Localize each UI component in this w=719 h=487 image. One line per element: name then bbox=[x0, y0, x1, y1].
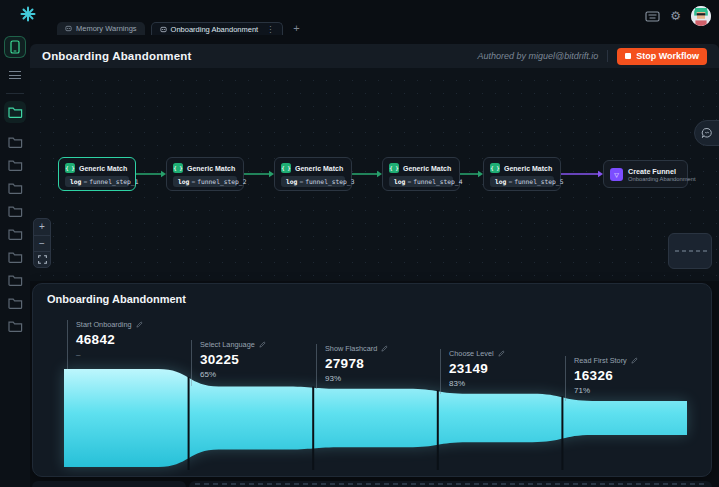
app-logo-icon[interactable] bbox=[20, 6, 36, 22]
zoom-in-button[interactable]: + bbox=[34, 219, 50, 235]
stage-percent: 93% bbox=[325, 374, 388, 383]
keyboard-icon[interactable] bbox=[645, 11, 660, 22]
node-create-funnel[interactable]: ▽ Create Funnel Onboarding Abandonment bbox=[603, 160, 688, 188]
tab-menu-icon[interactable]: ⋮ bbox=[266, 25, 274, 34]
new-tab-button[interactable]: + bbox=[289, 22, 303, 35]
node-generic-match-3[interactable]: { } Generic Match log = funnel_step_3 bbox=[274, 157, 352, 191]
stop-icon bbox=[625, 53, 631, 59]
folder-icon bbox=[8, 205, 23, 217]
feedback-chat-button[interactable] bbox=[694, 120, 719, 146]
folder-icon bbox=[8, 182, 23, 194]
node-title: Generic Match bbox=[295, 165, 343, 172]
stop-workflow-button[interactable]: Stop Workflow bbox=[617, 48, 707, 65]
stage-value: 23149 bbox=[449, 361, 505, 376]
node-generic-match-5[interactable]: { } Generic Match log = funnel_step_5 bbox=[483, 157, 561, 191]
node-title: Generic Match bbox=[79, 165, 127, 172]
braces-icon: { } bbox=[490, 163, 500, 173]
edit-icon[interactable] bbox=[381, 345, 388, 352]
sidebar bbox=[0, 0, 30, 487]
workflow-header: Onboarding Abandonment Authored by migue… bbox=[30, 44, 719, 68]
stage-value: 46842 bbox=[76, 332, 143, 347]
tab-label: Onboarding Abandonment bbox=[171, 25, 259, 34]
sidebar-divider bbox=[6, 93, 24, 94]
list-icon bbox=[9, 71, 21, 79]
workflow-tab-icon bbox=[65, 25, 72, 32]
avatar-pixel-face bbox=[691, 6, 711, 26]
device-phone-button[interactable] bbox=[4, 36, 26, 58]
edit-icon[interactable] bbox=[136, 321, 143, 328]
list-view-button[interactable] bbox=[4, 64, 26, 86]
node-title: Generic Match bbox=[403, 165, 451, 172]
funnel-icon: ▽ bbox=[610, 168, 623, 181]
authored-by-text: Authored by miguel@bitdrift.io bbox=[477, 51, 598, 61]
stage-value: 16326 bbox=[574, 368, 638, 383]
bottom-panel-timeline-edge bbox=[189, 481, 712, 487]
fit-view-button[interactable] bbox=[34, 251, 50, 267]
braces-icon: { } bbox=[389, 163, 399, 173]
folder-icon bbox=[8, 251, 23, 263]
node-condition-pill: log = funnel_step_3 bbox=[281, 176, 345, 187]
node-generic-match-4[interactable]: { } Generic Match log = funnel_step_4 bbox=[382, 157, 460, 191]
folder-item[interactable] bbox=[4, 154, 26, 176]
stage-label: Start Onboarding bbox=[76, 320, 132, 329]
tab-onboarding-abandonment[interactable]: Onboarding Abandonment ⋮ bbox=[151, 22, 284, 35]
folder-item[interactable] bbox=[4, 292, 26, 314]
folder-icon bbox=[8, 136, 23, 148]
folder-item[interactable] bbox=[4, 315, 26, 337]
workflow-canvas[interactable]: { } Generic Match log = funnel_step_1 { … bbox=[30, 68, 719, 281]
create-funnel-subtitle: Onboarding Abandonment bbox=[628, 176, 696, 182]
braces-icon: { } bbox=[173, 163, 183, 173]
folder-icon bbox=[8, 274, 23, 286]
folder-item[interactable] bbox=[4, 200, 26, 222]
user-avatar[interactable] bbox=[691, 6, 711, 26]
braces-icon: { } bbox=[65, 163, 75, 173]
folder-icon bbox=[8, 297, 23, 309]
stage-value: 30225 bbox=[200, 352, 266, 367]
fit-view-icon bbox=[38, 255, 47, 264]
stage-label: Choose Level bbox=[449, 349, 494, 358]
funnel-panel-title: Onboarding Abandonment bbox=[47, 293, 186, 305]
funnel-stage-read-first-story: Read First Story 16326 71% bbox=[565, 356, 638, 401]
funnel-panel: Onboarding Abandonment Start Onboarding … bbox=[32, 283, 712, 477]
settings-gear-icon[interactable]: ⚙ bbox=[670, 10, 681, 22]
node-generic-match-1[interactable]: { } Generic Match log = funnel_step_1 bbox=[58, 157, 136, 191]
workflow-tab-icon bbox=[160, 26, 167, 33]
stage-percent: 65% bbox=[200, 370, 266, 379]
topbar-actions: ⚙ bbox=[645, 6, 711, 26]
funnel-stage-choose-level: Choose Level 23149 83% bbox=[440, 349, 505, 394]
node-condition-pill: log = funnel_step_1 bbox=[65, 176, 129, 187]
stage-label: Select Language bbox=[200, 340, 255, 349]
stage-value: 27978 bbox=[325, 356, 388, 371]
stage-percent: 83% bbox=[449, 379, 505, 388]
node-generic-match-2[interactable]: { } Generic Match log = funnel_step_2 bbox=[166, 157, 244, 191]
node-title: Generic Match bbox=[504, 165, 552, 172]
create-funnel-title: Create Funnel bbox=[628, 167, 696, 176]
stage-percent: 71% bbox=[574, 386, 638, 395]
funnel-stage-show-flashcard: Show Flashcard 27978 93% bbox=[316, 344, 388, 389]
folder-item[interactable] bbox=[4, 269, 26, 291]
folder-item[interactable] bbox=[4, 177, 26, 199]
canvas-minimap[interactable] bbox=[668, 233, 712, 269]
folder-item[interactable] bbox=[4, 246, 26, 268]
node-condition-pill: log = funnel_step_5 bbox=[490, 176, 554, 187]
phone-icon bbox=[10, 40, 20, 54]
zoom-controls: + − bbox=[33, 218, 51, 268]
funnel-stage-start-onboarding: Start Onboarding 46842 – bbox=[67, 320, 143, 369]
stage-label: Read First Story bbox=[574, 356, 627, 365]
tab-bar: Memory Warnings Onboarding Abandonment ⋮… bbox=[57, 22, 304, 35]
node-condition-pill: log = funnel_step_4 bbox=[389, 176, 453, 187]
edit-icon[interactable] bbox=[631, 357, 638, 364]
edit-icon[interactable] bbox=[498, 350, 505, 357]
folder-icon bbox=[8, 320, 23, 332]
tab-memory-warnings[interactable]: Memory Warnings bbox=[57, 22, 145, 35]
folder-item[interactable] bbox=[4, 131, 26, 153]
workflow-title: Onboarding Abandonment bbox=[42, 50, 192, 62]
edit-icon[interactable] bbox=[259, 341, 266, 348]
braces-icon: { } bbox=[281, 163, 291, 173]
folder-item-active[interactable] bbox=[4, 101, 26, 123]
zoom-out-button[interactable]: − bbox=[34, 235, 50, 251]
funnel-stage-select-language: Select Language 30225 65% bbox=[191, 340, 266, 386]
folder-item[interactable] bbox=[4, 223, 26, 245]
folder-icon bbox=[8, 159, 23, 171]
stop-workflow-label: Stop Workflow bbox=[636, 51, 699, 61]
